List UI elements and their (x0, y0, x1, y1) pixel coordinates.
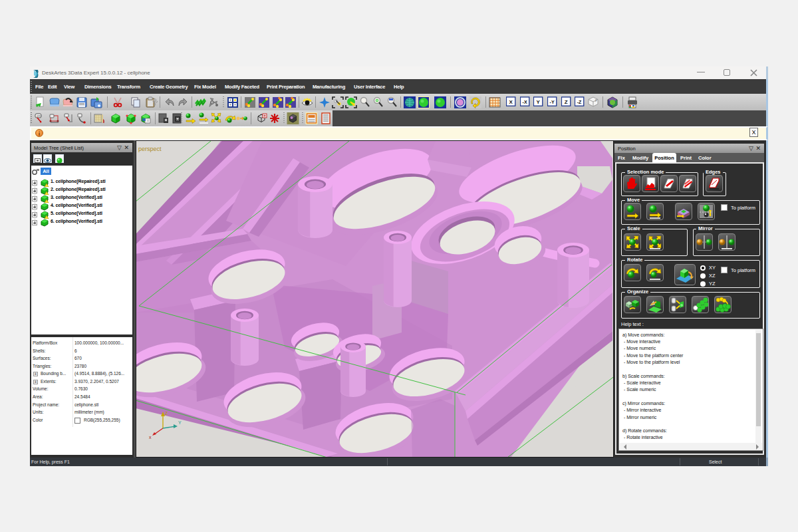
svg-text:cm: cm (37, 114, 41, 118)
svg-text:Z: Z (565, 99, 568, 105)
svg-text:x: x (149, 435, 152, 440)
svg-text:Z: Z (165, 411, 168, 416)
svg-text:-Z: -Z (577, 100, 582, 105)
svg-text:X: X (509, 99, 513, 105)
svg-text:Y: Y (536, 99, 540, 105)
svg-text:Y: Y (178, 420, 182, 425)
svg-text:-X: -X (523, 100, 527, 105)
svg-text:-Y: -Y (550, 100, 555, 105)
